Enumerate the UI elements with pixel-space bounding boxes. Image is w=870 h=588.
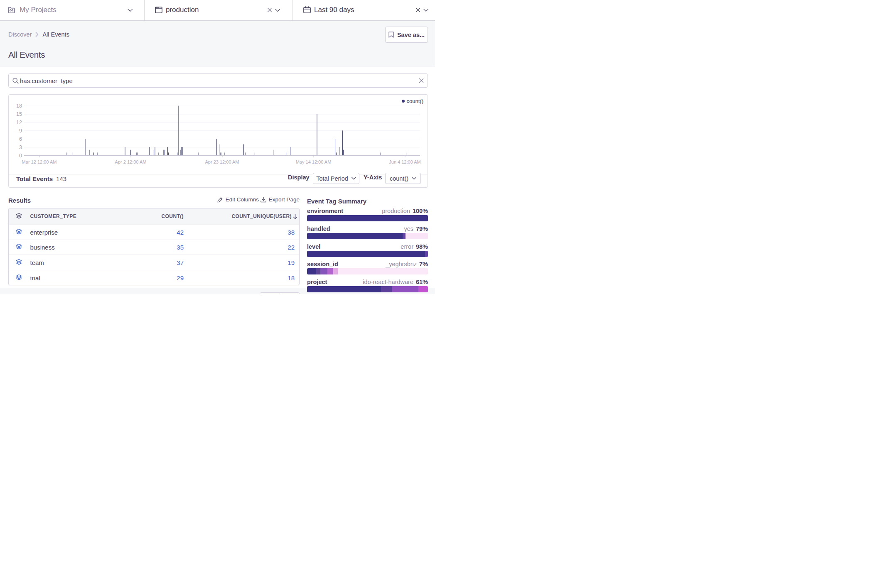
svg-text:15: 15	[16, 111, 22, 117]
svg-text:Jun 4 12:00 AM: Jun 4 12:00 AM	[389, 159, 420, 164]
svg-text:May 14 12:00 AM: May 14 12:00 AM	[296, 159, 332, 164]
svg-text:Mar 12 12:00 AM: Mar 12 12:00 AM	[22, 159, 57, 164]
svg-text:12: 12	[16, 120, 22, 125]
svg-text:Apr 23 12:00 AM: Apr 23 12:00 AM	[205, 159, 239, 164]
svg-text:Apr 2 12:00 AM: Apr 2 12:00 AM	[115, 159, 147, 164]
svg-text:9: 9	[19, 128, 22, 134]
svg-text:3: 3	[19, 145, 22, 150]
svg-text:6: 6	[19, 136, 22, 142]
svg-text:0: 0	[19, 153, 22, 159]
svg-text:18: 18	[16, 103, 22, 109]
